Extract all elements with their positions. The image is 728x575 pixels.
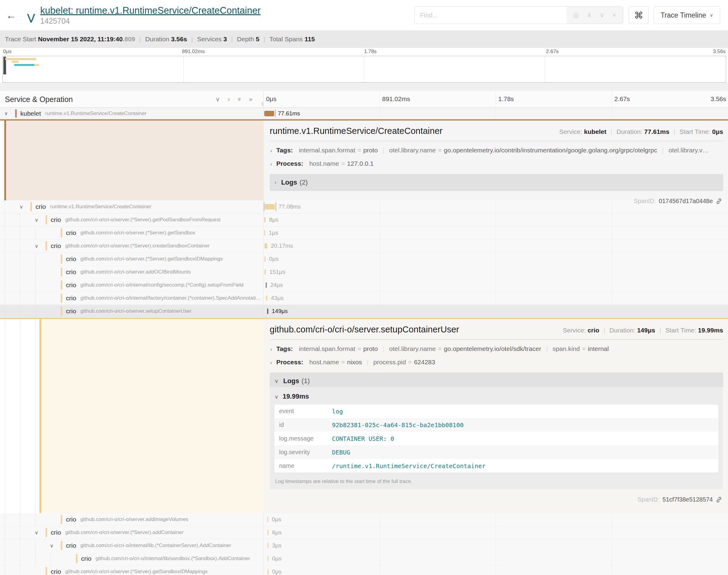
span-row-crio[interactable]: ∨criogithub.com/cri-o/cri-o/server.addOC… bbox=[0, 266, 728, 279]
span-duration-bar[interactable] bbox=[266, 282, 267, 288]
log-field-value: 92b82381-025c-4a64-815c-ba2e1bb08100 bbox=[332, 421, 463, 429]
collapse-all-icon[interactable]: » bbox=[236, 97, 243, 101]
span-duration-bar[interactable] bbox=[265, 243, 267, 249]
tag-key: otel.library.v… bbox=[668, 147, 709, 154]
span-row-kubelet[interactable]: ∨kubeletruntime.v1.RuntimeService/Create… bbox=[0, 108, 728, 119]
span-duration-bar[interactable] bbox=[267, 517, 268, 522]
span-duration-bar[interactable] bbox=[268, 543, 268, 548]
span-service-name: crio bbox=[51, 568, 61, 575]
span-children-toggle-icon[interactable]: ∨ bbox=[48, 543, 55, 549]
copy-link-icon[interactable] bbox=[716, 497, 722, 503]
log-entry-toggle[interactable]: ∨19.99ms bbox=[274, 389, 719, 404]
span-row-crio[interactable]: ∨criogithub.com/cri-o/cri-o/server.(*Ser… bbox=[0, 240, 728, 252]
locate-icon[interactable]: ◎ bbox=[573, 11, 579, 19]
span-row-crio[interactable]: ∨criogithub.com/cri-o/cri-o/internal/con… bbox=[0, 279, 728, 292]
tags-accordion[interactable]: › Tags: internal.span.format=proto|otel.… bbox=[268, 341, 724, 354]
spanid-value: 51cf7f38e5128574 bbox=[662, 496, 713, 503]
span-row-crio[interactable]: ∨criogithub.com/cri-o/cri-o/server.(*Ser… bbox=[0, 227, 728, 240]
tag-value: internal bbox=[588, 345, 609, 352]
span-service-name: kubelet bbox=[20, 110, 41, 117]
span-color-stripe bbox=[61, 294, 62, 303]
span-duration-label: 1μs bbox=[269, 230, 278, 236]
span-color-stripe bbox=[61, 541, 62, 550]
span-duration-bar[interactable] bbox=[265, 256, 265, 262]
minimap-span-bar bbox=[14, 64, 34, 66]
span-duration-label: 151μs bbox=[269, 269, 285, 275]
logs-accordion[interactable]: › Logs (2) bbox=[270, 174, 723, 191]
span-duration-bar[interactable] bbox=[266, 295, 267, 301]
expand-one-icon[interactable]: › bbox=[228, 96, 230, 103]
detail-span-title: runtime.v1.RuntimeService/CreateContaine… bbox=[270, 126, 559, 136]
span-duration-bar[interactable] bbox=[268, 530, 268, 535]
span-duration-bar[interactable] bbox=[267, 308, 268, 314]
log-field-value: DEBUG bbox=[332, 449, 350, 456]
clear-find-icon[interactable]: × bbox=[612, 11, 616, 19]
tag-value: proto bbox=[363, 147, 378, 154]
span-duration-bar[interactable] bbox=[268, 569, 268, 574]
span-operation-name: github.com/cri-o/cri-o/server.(*Server).… bbox=[65, 530, 184, 536]
span-color-stripe bbox=[15, 109, 17, 117]
span-children-toggle-icon[interactable]: ∨ bbox=[18, 204, 25, 210]
back-button[interactable]: ← bbox=[6, 9, 23, 21]
keyboard-shortcuts-button[interactable]: ⌘ bbox=[629, 6, 649, 24]
span-operation-name: github.com/cri-o/cri-o/internal/lib/sand… bbox=[96, 555, 250, 562]
process-accordion[interactable]: › Process: host.name=127.0.0.1 bbox=[268, 156, 724, 169]
span-duration-bar[interactable] bbox=[264, 111, 274, 116]
span-duration-bar[interactable] bbox=[268, 556, 268, 561]
span-row-crio[interactable]: ∨criogithub.com/cri-o/cri-o/server.setup… bbox=[0, 305, 728, 318]
log-field-row: name/runtime.v1.RuntimeService/CreateCon… bbox=[274, 459, 719, 473]
trace-view-selector[interactable]: Trace Timeline ∨ bbox=[654, 6, 720, 24]
span-children-toggle-icon[interactable]: ∨ bbox=[2, 110, 10, 116]
tags-accordion[interactable]: › Tags: internal.span.format=proto|otel.… bbox=[268, 142, 724, 156]
span-operation-name: github.com/cri-o/cri-o/internal/lib.(*Co… bbox=[80, 543, 231, 549]
span-color-stripe bbox=[61, 280, 62, 290]
chevron-right-icon: › bbox=[274, 179, 276, 185]
tag-key: host.name bbox=[309, 359, 339, 366]
span-row-crio[interactable]: ∨criogithub.com/cri-o/cri-o/server.(*Ser… bbox=[0, 565, 728, 575]
span-duration-bar[interactable] bbox=[264, 217, 265, 223]
chevron-right-icon: › bbox=[270, 148, 272, 154]
span-children-toggle-icon[interactable]: ∨ bbox=[33, 217, 40, 223]
span-row-crio[interactable]: ∨criogithub.com/cri-o/cri-o/internal/fac… bbox=[0, 292, 728, 305]
log-footnote: Log timestamps are relative to the start… bbox=[274, 473, 719, 485]
tag-value: nixos bbox=[347, 359, 362, 366]
span-row-crio[interactable]: ∨criogithub.com/cri-o/cri-o/internal/lib… bbox=[0, 539, 728, 552]
span-color-stripe bbox=[61, 515, 62, 524]
prev-match-icon[interactable]: ∧ bbox=[587, 11, 592, 19]
span-children-toggle-icon[interactable]: ∨ bbox=[33, 530, 40, 536]
span-operation-name: runtime.v1.RuntimeService/CreateContaine… bbox=[45, 110, 147, 116]
span-row-crio[interactable]: ∨criogithub.com/cri-o/cri-o/server.(*Ser… bbox=[0, 213, 728, 227]
span-color-stripe bbox=[61, 267, 62, 277]
span-row-crio[interactable]: ∨criogithub.com/cri-o/cri-o/server.(*Ser… bbox=[0, 252, 728, 266]
span-service-name: crio bbox=[36, 203, 46, 210]
span-duration-label: 0μs bbox=[272, 568, 282, 575]
chevron-right-icon: › bbox=[270, 161, 272, 167]
next-match-icon[interactable]: ∨ bbox=[599, 11, 604, 19]
span-duration-bar[interactable] bbox=[265, 204, 275, 209]
process-accordion[interactable]: › Process: host.name=nixos|process.pid=6… bbox=[268, 354, 724, 368]
span-service-name: crio bbox=[66, 229, 76, 236]
span-duration-bar[interactable] bbox=[264, 230, 265, 236]
span-duration-label: 0μs bbox=[269, 256, 278, 262]
span-children-toggle-icon[interactable]: ∨ bbox=[33, 243, 40, 249]
find-input[interactable] bbox=[415, 7, 566, 24]
minimap-canvas[interactable] bbox=[2, 56, 726, 82]
service-operation-header: Service & Operation bbox=[5, 95, 215, 104]
span-duration-bar[interactable] bbox=[265, 269, 266, 275]
span-duration-label: 8μs bbox=[269, 216, 278, 223]
span-row-crio[interactable]: ∨criogithub.com/cri-o/cri-o/server.addIm… bbox=[0, 513, 728, 526]
span-row-crio[interactable]: ∨crioruntime.v1.RuntimeService/CreateCon… bbox=[0, 200, 728, 213]
span-duration-label: 149μs bbox=[272, 308, 288, 314]
trace-depth: Depth 5 bbox=[237, 36, 259, 43]
tag-value: go.opentelemetry.io/otel/sdk/tracer bbox=[444, 345, 541, 352]
tag-key: process.pid bbox=[373, 359, 406, 366]
expand-all-icon[interactable]: » bbox=[249, 96, 253, 103]
trace-view-selector-label: Trace Timeline bbox=[661, 11, 706, 20]
trace-collapse-chevron-icon[interactable]: ⋁ bbox=[27, 12, 35, 23]
span-row-crio[interactable]: ∨criogithub.com/cri-o/cri-o/internal/lib… bbox=[0, 552, 728, 565]
span-row-crio[interactable]: ∨criogithub.com/cri-o/cri-o/server.(*Ser… bbox=[0, 526, 728, 539]
trace-title-link[interactable]: kubelet: runtime.v1.RuntimeService/Creat… bbox=[40, 5, 261, 16]
span-operation-name: github.com/cri-o/cri-o/server.setupConta… bbox=[80, 308, 192, 314]
collapse-one-icon[interactable]: ∨ bbox=[215, 96, 220, 103]
tag-value: 127.0.0.1 bbox=[347, 160, 374, 167]
